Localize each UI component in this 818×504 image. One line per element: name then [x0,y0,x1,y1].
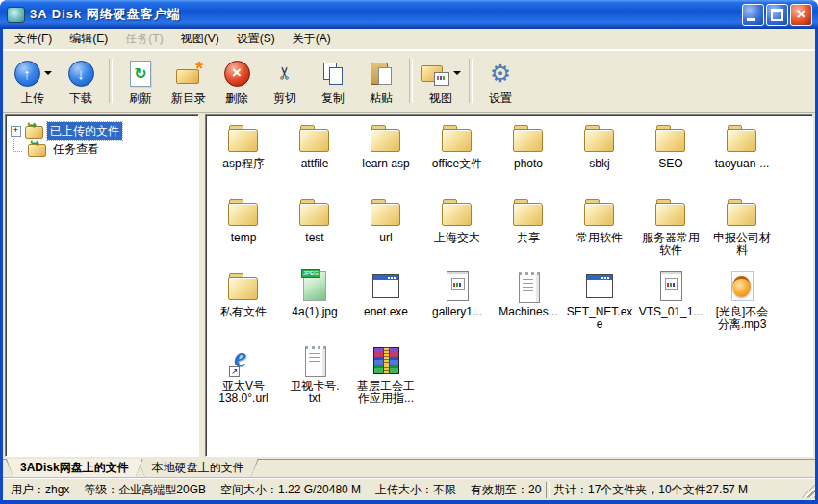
tab-label[interactable]: 本地硬盘上的文件 [139,459,258,478]
title-bar: 3A Disk 网络硬盘客户端 [0,0,818,29]
file-item[interactable]: office文件 [422,121,493,195]
file-label: gallery1... [432,306,482,318]
file-item[interactable]: 基层工会工 作应用指... [350,343,422,417]
tab-remote-files[interactable]: 3ADisk网盘上的文件 [6,459,143,477]
file-item[interactable]: enet.exe [350,269,422,343]
toolbar-button-label: 新目录 [171,90,206,107]
mp3-file-icon [725,269,759,304]
folder-file-icon [226,121,261,156]
view-dropdown-arrow-icon[interactable] [453,71,461,75]
file-item[interactable]: 卫视卡号. txt [279,343,350,417]
status-expiry: 有效期至：2009-05-29 [471,482,542,498]
file-item[interactable]: temp [208,195,279,269]
toolbar-button-label: 设置 [489,90,512,107]
ie-file-icon [226,343,261,378]
file-label: 亚太V号 138.0°.url [218,380,268,405]
file-label: test [305,232,323,244]
file-label: temp [231,232,257,244]
expand-plus-icon[interactable] [11,126,21,137]
file-item[interactable]: test [279,195,350,269]
menu-file[interactable]: 文件(F) [6,29,61,49]
folder-file-icon [653,195,688,230]
txt-file-icon [511,269,546,304]
menu-bar: 文件(F) 编辑(E) 任务(T) 视图(V) 设置(S) 关于(A) [3,29,815,50]
minimize-button[interactable] [742,4,764,26]
file-item[interactable]: [光良]不会 分离.mp3 [706,269,778,343]
file-item[interactable]: url [350,195,422,269]
toolbar-button-label: 粘贴 [370,90,393,107]
file-item[interactable]: 上海交大 [422,195,493,269]
folder-file-icon [582,195,617,230]
file-label: SEO [658,158,682,170]
exe-file-icon [582,269,617,304]
delete-button[interactable]: 删除 [213,54,261,108]
file-item[interactable]: gallery1... [422,269,493,343]
file-label: Machines... [498,306,557,318]
file-item[interactable]: 申报公司材 料 [706,195,778,269]
tree-item-label[interactable]: 已上传的文件 [47,122,122,140]
file-item[interactable]: 共享 [493,195,564,269]
folder-file-icon [297,195,332,230]
tree-item-task-view[interactable]: 任务查看 [8,140,196,159]
file-label: SET_NET.exe [565,306,634,331]
tree-guide [13,151,22,152]
file-item[interactable]: 4a(1).jpg [279,269,350,343]
file-label: attfile [301,158,329,170]
file-item[interactable]: 服务器常用 软件 [635,195,706,269]
file-item[interactable]: 私有文件 [208,269,279,343]
paste-button[interactable]: 粘贴 [357,54,405,108]
menu-about[interactable]: 关于(A) [284,29,340,49]
download-button[interactable]: 下载 [57,54,105,108]
upload-button[interactable]: 上传 [9,54,57,108]
file-label: 卫视卡号. txt [290,380,339,405]
tab-label[interactable]: 3ADisk网盘上的文件 [7,459,142,478]
file-item[interactable]: asp程序 [208,121,279,195]
file-label: sbkj [589,158,609,170]
download-icon [68,61,94,87]
file-label: office文件 [432,158,482,170]
file-item[interactable]: 常用软件 [564,195,635,269]
toolbar-separator [469,59,473,103]
tree-item-label[interactable]: 任务查看 [50,140,102,159]
new-folder-icon [175,61,202,86]
copy-button[interactable]: 复制 [309,54,357,108]
folder-file-icon [582,121,617,156]
settings-button[interactable]: 设置 [476,54,524,108]
file-item[interactable]: attfile [279,121,350,195]
cut-button[interactable]: 剪切 [261,54,309,108]
file-item[interactable]: photo [493,121,564,195]
folder-file-icon [725,121,759,156]
resize-grip[interactable] [802,485,815,498]
new-folder-button[interactable]: 新目录 [165,54,213,108]
tab-local-files[interactable]: 本地硬盘上的文件 [138,459,259,477]
maximize-button[interactable] [766,4,788,26]
close-button[interactable] [790,4,812,26]
menu-view[interactable]: 视图(V) [172,29,228,49]
upload-dropdown-arrow-icon[interactable] [44,71,52,75]
file-item[interactable]: learn asp [350,121,422,195]
refresh-button[interactable]: 刷新 [116,54,165,108]
menu-settings[interactable]: 设置(S) [228,29,284,49]
doc-file-icon [653,269,688,304]
file-item[interactable]: SET_NET.exe [564,269,635,343]
file-item[interactable]: taoyuan-... [706,121,778,195]
status-summary: 共计：17个文件夹，10个文件27.57 M [553,482,748,498]
menu-edit[interactable]: 编辑(E) [61,29,116,49]
status-level: 等级：企业高端型20GB [84,482,206,498]
status-space: 空间大小：1.22 G/20480 M [220,482,361,498]
copy-icon [320,61,345,86]
file-item[interactable]: VTS_01_1... [635,269,706,343]
file-item[interactable]: Machines... [493,269,564,343]
view-button[interactable]: 视图 [417,54,465,108]
main-area: 已上传的文件 任务查看 asp程序attfilelearn aspoffice文… [3,113,815,459]
file-item[interactable]: sbkj [564,121,635,195]
view-icon [421,61,449,86]
status-summary-section: 共计：17个文件夹，10个文件27.57 M [553,482,815,498]
file-item[interactable]: SEO [635,121,706,195]
status-account-info: 用户：zhgx 等级：企业高端型20GB 空间大小：1.22 G/20480 M… [11,482,542,498]
file-label: 申报公司材 料 [713,232,771,257]
folder-file-icon [226,195,261,230]
file-label: VTS_01_1... [639,306,703,318]
file-item[interactable]: 亚太V号 138.0°.url [208,343,279,417]
status-user: 用户：zhgx [11,482,69,498]
